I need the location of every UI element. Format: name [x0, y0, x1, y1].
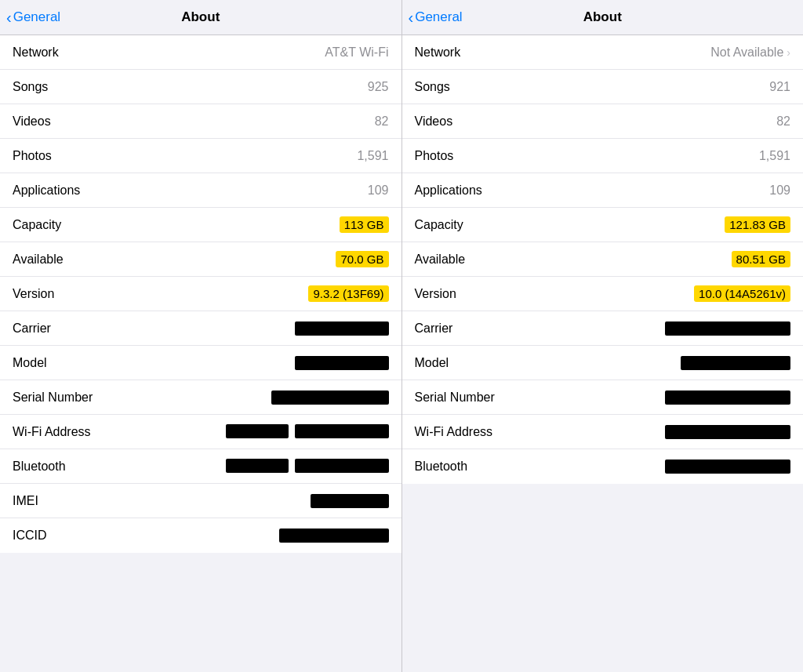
row-value: 70.0 GB	[336, 251, 388, 267]
row-value: Not Available ›	[710, 45, 790, 60]
row-value: 121.83 GB	[725, 216, 790, 233]
settings-row: Capacity113 GB	[0, 208, 402, 242]
row-value: 1,591	[759, 149, 790, 163]
redacted-value	[665, 321, 790, 336]
row-value: 82	[776, 114, 790, 129]
settings-row: NetworkAT&T Wi-Fi	[0, 35, 402, 70]
row-label: Version	[13, 287, 54, 301]
chevron-left-icon: ‹	[409, 9, 414, 25]
row-value	[295, 356, 389, 370]
settings-row: Model	[402, 346, 804, 380]
settings-row: Videos82	[402, 104, 804, 139]
highlight-badge: 113 GB	[340, 216, 389, 233]
settings-row: Bluetooth	[402, 449, 804, 484]
row-label: Songs	[13, 80, 48, 94]
row-value: 113 GB	[340, 216, 389, 233]
highlight-badge: 70.0 GB	[336, 251, 388, 267]
row-label: Capacity	[13, 218, 61, 232]
settings-row: Carrier	[402, 311, 804, 346]
row-value	[665, 460, 790, 474]
settings-row[interactable]: NetworkNot Available ›	[402, 35, 804, 70]
settings-row: Wi-Fi Address	[0, 415, 402, 449]
nav-bar: ‹GeneralAbout	[0, 0, 402, 35]
settings-row: Capacity121.83 GB	[402, 208, 804, 242]
highlight-badge: 10.0 (14A5261v)	[694, 285, 790, 302]
page-title: About	[583, 9, 622, 25]
row-label: IMEI	[13, 494, 38, 508]
back-button[interactable]: ‹General	[409, 9, 463, 25]
back-button[interactable]: ‹General	[6, 9, 60, 25]
row-value	[271, 390, 389, 405]
settings-row: Available80.51 GB	[402, 242, 804, 277]
highlight-badge: 121.83 GB	[725, 216, 790, 233]
row-value	[665, 390, 790, 405]
row-value	[226, 459, 389, 474]
row-value	[226, 424, 389, 440]
row-label: Model	[415, 356, 449, 370]
settings-group: NetworkNot Available ›Songs921Videos82Ph…	[402, 35, 804, 484]
redacted-value	[295, 424, 389, 438]
row-value: 109	[769, 183, 790, 198]
redacted-value	[295, 356, 389, 370]
redacted-value	[665, 390, 790, 405]
settings-group: NetworkAT&T Wi-FiSongs925Videos82Photos1…	[0, 35, 402, 553]
settings-row: Songs921	[402, 70, 804, 104]
row-label: Serial Number	[13, 390, 93, 405]
settings-row: Serial Number	[0, 380, 402, 415]
row-label: Carrier	[13, 321, 51, 336]
settings-row: Version9.3.2 (13F69)	[0, 277, 402, 311]
back-label: General	[415, 9, 462, 25]
nav-bar: ‹GeneralAbout	[402, 0, 804, 35]
value-text: Not Available	[710, 45, 783, 60]
settings-row: Applications109	[402, 173, 804, 208]
row-label: Carrier	[415, 321, 453, 336]
row-label: Videos	[13, 114, 51, 129]
row-label: Photos	[415, 149, 454, 163]
chevron-right-icon: ›	[787, 46, 790, 59]
settings-row: Bluetooth	[0, 449, 402, 484]
row-value: 80.51 GB	[732, 251, 790, 267]
row-value: 921	[769, 80, 790, 94]
row-value: 925	[368, 80, 389, 94]
row-value: 1,591	[357, 149, 388, 163]
row-value: 10.0 (14A5261v)	[694, 285, 790, 302]
row-label: Wi-Fi Address	[13, 425, 91, 439]
redacted-value	[311, 494, 389, 508]
row-label: Bluetooth	[13, 460, 66, 474]
panel-right: ‹GeneralAboutNetworkNot Available ›Songs…	[402, 0, 804, 672]
row-value: AT&T Wi-Fi	[325, 45, 388, 60]
row-value: 82	[375, 114, 389, 129]
row-value: 109	[368, 183, 389, 198]
row-label: Model	[13, 356, 47, 370]
settings-row: Applications109	[0, 173, 402, 208]
redacted-value	[681, 356, 790, 370]
row-label: Bluetooth	[415, 460, 468, 474]
row-label: Videos	[415, 114, 453, 129]
row-label: Wi-Fi Address	[415, 425, 493, 439]
row-label: Songs	[415, 80, 450, 94]
settings-row: Songs925	[0, 70, 402, 104]
settings-row: Serial Number	[402, 380, 804, 415]
settings-row: Photos1,591	[402, 139, 804, 173]
row-value	[311, 494, 389, 508]
highlight-badge: 9.3.2 (13F69)	[308, 285, 388, 302]
settings-row: Available70.0 GB	[0, 242, 402, 277]
redacted-value	[665, 425, 790, 439]
row-label: Photos	[13, 149, 52, 163]
row-label: Network	[415, 45, 461, 60]
row-label: Applications	[13, 183, 80, 198]
settings-row: Model	[0, 346, 402, 380]
row-label: Serial Number	[415, 390, 495, 405]
panel-left: ‹GeneralAboutNetworkAT&T Wi-FiSongs925Vi…	[0, 0, 402, 672]
page-title: About	[181, 9, 220, 25]
settings-row: ICCID	[0, 518, 402, 553]
chevron-left-icon: ‹	[6, 9, 12, 25]
row-label: Network	[13, 45, 59, 60]
redacted-value	[226, 459, 289, 473]
row-value: 9.3.2 (13F69)	[308, 285, 388, 302]
row-value	[279, 529, 389, 543]
back-label: General	[13, 9, 60, 25]
row-value	[295, 321, 389, 336]
redacted-value	[295, 321, 389, 336]
settings-row: Videos82	[0, 104, 402, 139]
